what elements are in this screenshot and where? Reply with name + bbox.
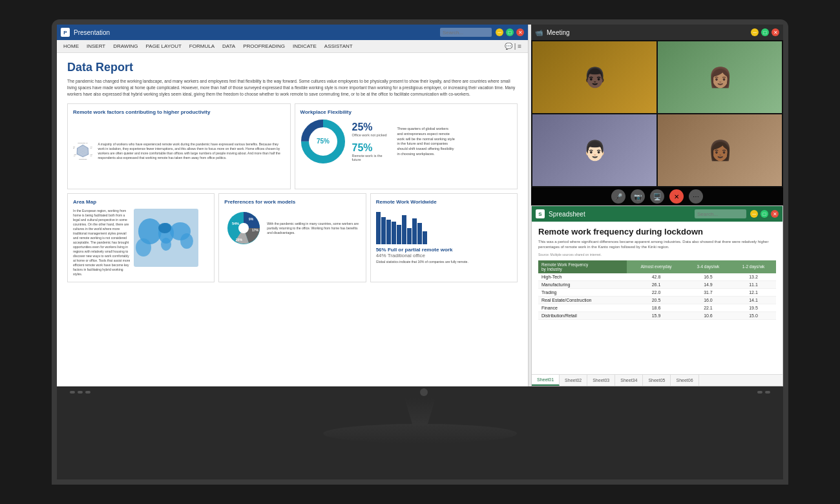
meeting-grid: 👨🏿 👩🏽 👨🏻 👩🏾 — [531, 40, 783, 187]
val-finance-everyday: 18.6 — [627, 304, 686, 311]
bar-3 — [386, 220, 391, 244]
val-trading-12: 12.1 — [731, 288, 776, 296]
table-row: Distribution/Retail 15.9 10.6 15.0 — [538, 311, 776, 319]
val-trading-everyday: 22.0 — [627, 288, 686, 296]
monitor-outer: P Presentation ─ □ ✕ HOME INSERT DRAWING… — [52, 19, 788, 485]
svg-text:Saving: Saving — [74, 154, 76, 155]
tab-sheet06[interactable]: Sheet06 — [671, 375, 698, 386]
tab-sheet05[interactable]: Sheet05 — [643, 375, 671, 386]
bezel-btn-2[interactable] — [78, 391, 83, 394]
val-finance-12: 19.5 — [731, 304, 776, 311]
ss-minimize[interactable]: ─ — [750, 210, 758, 218]
presentation-search[interactable] — [440, 28, 492, 37]
menu-pagelayout[interactable]: PAGE LAYOUT — [146, 43, 182, 49]
svg-text:20%: 20% — [236, 238, 243, 242]
bezel-btn-3[interactable] — [85, 391, 90, 394]
val-mfg-12: 11.1 — [731, 280, 776, 288]
screen-share-button[interactable]: 🖥️ — [650, 189, 664, 204]
menu-data[interactable]: DATA — [222, 43, 235, 49]
bar-2 — [381, 217, 386, 244]
table-row: Finance 18.6 22.1 19.5 — [538, 304, 776, 311]
spreadsheet-titlebar: S Spreadsheet ─ □ ✕ — [532, 206, 782, 222]
slide3-title: Area Map — [73, 199, 209, 205]
svg-marker-6 — [77, 145, 89, 158]
minimize-button[interactable]: ─ — [496, 28, 503, 36]
meeting-titlebar: 📹 Meeting ─ □ ✕ — [531, 25, 783, 40]
tab-sheet02[interactable]: Sheet02 — [560, 375, 587, 386]
mute-button[interactable]: 🎤 — [611, 189, 625, 204]
bezel-center-btn[interactable] — [420, 388, 428, 396]
table-row: Real Estate/Construction 20.5 16.0 14.1 — [538, 296, 776, 304]
industry-manufacturing: Manufacturing — [538, 280, 627, 288]
col-header-everyday: Almost everyday — [627, 260, 686, 273]
menu-formula[interactable]: FORMULA — [189, 43, 215, 49]
slide2-label2: Remote work is the future — [352, 154, 391, 162]
menu-proofreading[interactable]: PROOFREADING — [243, 43, 285, 49]
tab-sheet34[interactable]: Sheet34 — [615, 375, 643, 386]
menu-home[interactable]: HOME — [63, 43, 79, 49]
menu-indicate[interactable]: INDICATE — [293, 43, 317, 49]
val-dist-everyday: 15.9 — [627, 311, 686, 319]
more-options-button[interactable]: ⋯ — [689, 189, 703, 204]
presentation-app-icon: P — [61, 28, 70, 37]
ss-maximize[interactable]: □ — [761, 210, 768, 218]
val-re-everyday: 20.5 — [627, 296, 686, 304]
col-header-34days: 3-4 days/wk — [686, 260, 731, 273]
menu-drawing[interactable]: DRAWING — [113, 43, 138, 49]
close-button[interactable]: ✕ — [516, 28, 524, 36]
bezel-btn-4[interactable] — [757, 391, 762, 394]
val-mfg-everyday: 26.1 — [627, 280, 686, 288]
tab-sheet03[interactable]: Sheet03 — [587, 375, 615, 386]
svg-point-24 — [161, 238, 171, 251]
val-mfg-34: 14.9 — [686, 280, 731, 288]
svg-text:9%: 9% — [249, 217, 254, 221]
meeting-controls: 🎤 📷 🖥️ ✕ ⋯ — [531, 187, 783, 205]
industry-finance: Finance — [538, 304, 627, 311]
spreadsheet-search[interactable] — [695, 209, 746, 218]
monitor-screen: P Presentation ─ □ ✕ HOME INSERT DRAWING… — [57, 25, 783, 386]
industry-trading: Trading — [538, 288, 627, 296]
monitor-bezel-bottom — [57, 386, 783, 398]
val-re-34: 16.0 — [686, 296, 731, 304]
ss-close[interactable]: ✕ — [771, 210, 779, 218]
meeting-participant-3: 👨🏻 — [532, 114, 656, 186]
bezel-btn-5[interactable] — [765, 391, 770, 394]
spreadsheet-win-controls: ─ □ ✕ — [750, 210, 779, 218]
slide-preferences: Preferences for work models — [218, 193, 366, 282]
col-header-12days: 1-2 days/wk — [731, 260, 776, 273]
spider-chart: Fewer interruptions: 79% More focus 65% … — [73, 119, 92, 184]
industry-realestate: Real Estate/Construction — [538, 296, 627, 304]
monitor-stand-neck — [394, 398, 446, 424]
svg-point-28 — [158, 223, 171, 233]
val-hightech-everyday: 42.8 — [627, 273, 686, 281]
slide-workplace-flexibility: Workplace Flexibility 75% — [295, 103, 518, 189]
bezel-btn-1[interactable] — [70, 391, 75, 394]
val-trading-34: 31.7 — [686, 288, 731, 296]
slide5-title: Remote Work Worldwide — [376, 199, 512, 205]
tab-sheet01[interactable]: Sheet01 — [532, 375, 560, 386]
end-call-button[interactable]: ✕ — [669, 189, 684, 204]
slide5-desc: Global statistics indicate that 16% of c… — [376, 260, 512, 264]
bezel-right-controls — [757, 391, 770, 394]
camera-button[interactable]: 📷 — [631, 189, 645, 204]
industry-distribution: Distribution/Retail — [538, 311, 627, 319]
meeting-close[interactable]: ✕ — [772, 28, 779, 36]
presentation-window: P Presentation ─ □ ✕ HOME INSERT DRAWING… — [57, 25, 529, 386]
svg-text:17%: 17% — [252, 228, 259, 232]
meeting-minimize[interactable]: ─ — [751, 28, 759, 36]
menu-insert[interactable]: INSERT — [87, 43, 105, 49]
meeting-title: Meeting — [547, 29, 747, 36]
slide4-desc: With the pandemic settling in many count… — [267, 222, 360, 235]
presentation-title: Presentation — [74, 29, 436, 36]
meeting-maximize[interactable]: □ — [761, 28, 769, 36]
bar-7 — [407, 228, 412, 244]
menu-assistant[interactable]: ASSISTANT — [324, 43, 353, 49]
maximize-button[interactable]: □ — [506, 28, 514, 36]
slide4-title: Preferences for work models — [224, 199, 360, 205]
svg-text:74%: 74% — [74, 156, 76, 156]
slide3-desc: In the European region, working from hom… — [73, 209, 131, 277]
svg-text:50%: 50% — [73, 148, 75, 149]
svg-text:Comfortable workplace: Comfortable workplace — [79, 159, 87, 160]
slide1-title: Remote work factors contributing to high… — [73, 109, 285, 115]
presentation-content: Data Report The pandemic has changed the… — [57, 53, 528, 386]
